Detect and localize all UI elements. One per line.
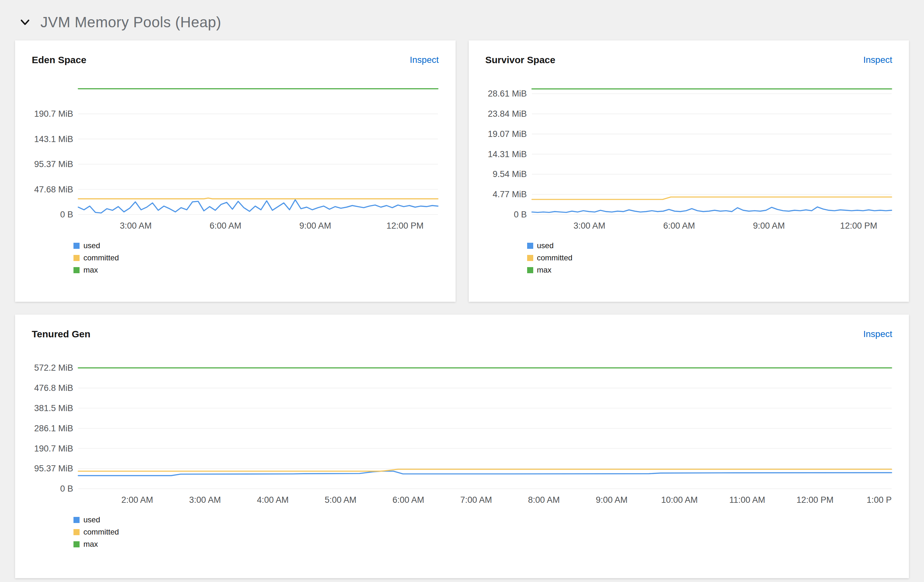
legend-item-used: used <box>73 515 892 524</box>
legend-label: max <box>537 266 551 275</box>
svg-text:6:00 AM: 6:00 AM <box>663 221 695 230</box>
panel-title: Survivor Space <box>485 54 555 66</box>
svg-text:6:00 AM: 6:00 AM <box>393 495 424 505</box>
legend-swatch-icon <box>73 243 79 249</box>
eden-space-panel: Eden Space Inspect 0 B47.68 MiB95.37 MiB… <box>15 40 455 302</box>
section-title: JVM Memory Pools (Heap) <box>40 13 221 31</box>
eden-space-chart[interactable]: 0 B47.68 MiB95.37 MiB143.1 MiB190.7 MiB3… <box>32 78 439 232</box>
legend-item-max: max <box>527 266 893 275</box>
svg-text:14.31 MiB: 14.31 MiB <box>488 150 527 159</box>
panel-title: Eden Space <box>32 54 86 66</box>
svg-text:9.54 MiB: 9.54 MiB <box>492 169 527 179</box>
legend-swatch-icon <box>527 243 533 249</box>
legend-label: used <box>537 241 554 250</box>
legend-label: used <box>83 515 100 524</box>
svg-text:4:00 AM: 4:00 AM <box>257 495 289 505</box>
survivor-space-chart[interactable]: 0 B4.77 MiB9.54 MiB14.31 MiB19.07 MiB23.… <box>485 78 892 232</box>
inspect-link[interactable]: Inspect <box>863 329 892 339</box>
svg-text:12:00 PM: 12:00 PM <box>840 221 877 230</box>
legend-item-max: max <box>73 266 439 275</box>
panel-header: Tenured Gen Inspect <box>32 329 892 340</box>
legend-item-used: used <box>527 241 893 250</box>
section-header: JVM Memory Pools (Heap) <box>0 0 924 31</box>
svg-text:7:00 AM: 7:00 AM <box>460 495 492 505</box>
legend-swatch-icon <box>527 255 533 261</box>
legend-label: used <box>83 241 100 250</box>
legend-item-used: used <box>73 241 439 250</box>
svg-text:9:00 AM: 9:00 AM <box>596 495 627 505</box>
svg-text:9:00 AM: 9:00 AM <box>753 221 785 230</box>
legend-label: max <box>83 266 98 275</box>
svg-text:23.84 MiB: 23.84 MiB <box>488 109 527 118</box>
tenured-gen-panel: Tenured Gen Inspect 0 B95.37 MiB190.7 Mi… <box>15 314 909 578</box>
svg-text:47.68 MiB: 47.68 MiB <box>34 185 73 194</box>
svg-text:12:00 PM: 12:00 PM <box>387 221 424 230</box>
chart-legend: usedcommittedmax <box>73 241 439 275</box>
svg-text:0 B: 0 B <box>514 210 527 219</box>
survivor-space-panel: Survivor Space Inspect 0 B4.77 MiB9.54 M… <box>469 40 909 302</box>
svg-text:0 B: 0 B <box>60 484 73 493</box>
svg-text:95.37 MiB: 95.37 MiB <box>34 159 73 169</box>
svg-text:190.7 MiB: 190.7 MiB <box>34 109 73 118</box>
inspect-link[interactable]: Inspect <box>863 55 892 65</box>
legend-swatch-icon <box>73 529 79 535</box>
legend-label: committed <box>83 528 119 536</box>
svg-text:143.1 MiB: 143.1 MiB <box>34 134 73 144</box>
panel-title: Tenured Gen <box>32 329 91 340</box>
svg-text:4.77 MiB: 4.77 MiB <box>492 189 527 199</box>
svg-text:0 B: 0 B <box>60 210 73 219</box>
svg-text:95.37 MiB: 95.37 MiB <box>34 464 73 473</box>
svg-text:19.07 MiB: 19.07 MiB <box>488 129 527 139</box>
legend-item-committed: committed <box>73 528 892 536</box>
svg-text:3:00 AM: 3:00 AM <box>573 221 605 230</box>
inspect-link[interactable]: Inspect <box>410 55 439 65</box>
svg-text:12:00 PM: 12:00 PM <box>797 495 834 505</box>
svg-text:2:00 AM: 2:00 AM <box>121 495 153 505</box>
svg-text:572.2 MiB: 572.2 MiB <box>34 363 73 373</box>
legend-swatch-icon <box>73 267 79 273</box>
legend-item-max: max <box>73 540 892 549</box>
chevron-down-icon[interactable] <box>18 16 31 28</box>
svg-text:381.5 MiB: 381.5 MiB <box>34 403 73 413</box>
legend-swatch-icon <box>73 517 79 523</box>
tenured-gen-chart[interactable]: 0 B95.37 MiB190.7 MiB286.1 MiB381.5 MiB4… <box>32 352 892 506</box>
svg-text:28.61 MiB: 28.61 MiB <box>488 89 527 99</box>
chart-legend: usedcommittedmax <box>73 515 892 549</box>
top-cards-row: Eden Space Inspect 0 B47.68 MiB95.37 MiB… <box>15 40 909 302</box>
legend-label: max <box>83 540 98 549</box>
legend-item-committed: committed <box>73 253 439 262</box>
svg-text:5:00 AM: 5:00 AM <box>325 495 356 505</box>
svg-text:9:00 AM: 9:00 AM <box>299 221 331 230</box>
svg-text:11:00 AM: 11:00 AM <box>729 495 765 505</box>
panel-header: Eden Space Inspect <box>32 54 439 66</box>
svg-text:6:00 AM: 6:00 AM <box>210 221 241 230</box>
legend-swatch-icon <box>73 255 79 261</box>
svg-text:10:00 AM: 10:00 AM <box>661 495 698 505</box>
svg-text:286.1 MiB: 286.1 MiB <box>34 424 73 433</box>
chart-legend: usedcommittedmax <box>527 241 893 275</box>
legend-item-committed: committed <box>527 253 893 262</box>
svg-text:190.7 MiB: 190.7 MiB <box>34 444 73 454</box>
legend-swatch-icon <box>73 541 79 547</box>
legend-label: committed <box>83 253 119 262</box>
svg-text:1:00 PM: 1:00 PM <box>866 495 892 505</box>
svg-text:476.8 MiB: 476.8 MiB <box>34 383 73 393</box>
svg-text:3:00 AM: 3:00 AM <box>189 495 221 505</box>
legend-label: committed <box>537 253 573 262</box>
legend-swatch-icon <box>527 267 533 273</box>
svg-text:3:00 AM: 3:00 AM <box>120 221 152 230</box>
svg-text:8:00 AM: 8:00 AM <box>528 495 560 505</box>
panel-header: Survivor Space Inspect <box>485 54 893 66</box>
